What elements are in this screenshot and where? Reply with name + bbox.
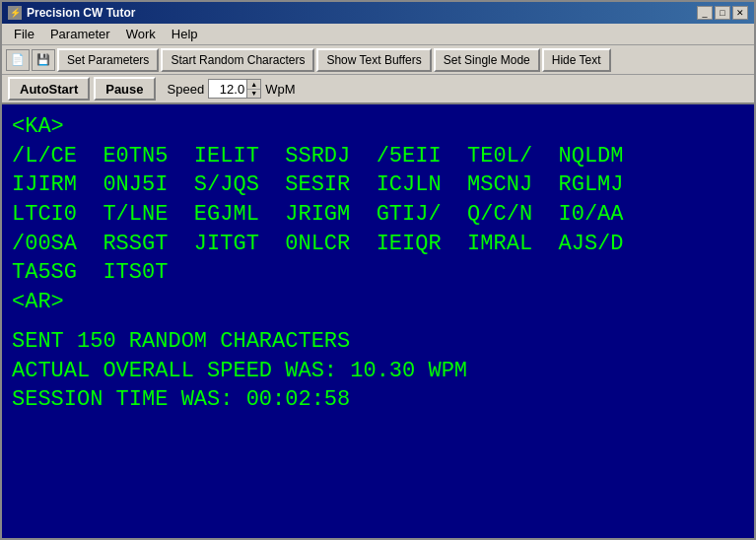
main-window: ⚡ Precision CW Tutor _ □ ✕ File Paramete… bbox=[0, 0, 756, 540]
toolbar-top: 📄 💾 Set Parameters Start Random Characte… bbox=[2, 45, 754, 75]
content-line-0: <KA> bbox=[12, 112, 744, 142]
pause-button[interactable]: Pause bbox=[94, 77, 155, 101]
menu-parameter[interactable]: Parameter bbox=[42, 25, 118, 43]
status-line-2: SESSION TIME WAS: 00:02:58 bbox=[12, 385, 744, 415]
menu-file[interactable]: File bbox=[6, 25, 42, 43]
set-single-mode-button[interactable]: Set Single Mode bbox=[434, 48, 540, 72]
speed-spinners: ▲ ▼ bbox=[247, 79, 261, 99]
speed-down-button[interactable]: ▼ bbox=[247, 90, 260, 99]
toolbar-icon-2[interactable]: 💾 bbox=[32, 49, 55, 71]
hide-text-button[interactable]: Hide Text bbox=[542, 48, 611, 72]
status-line-0: SENT 150 RANDOM CHARACTERS bbox=[12, 327, 744, 357]
speed-input[interactable] bbox=[208, 79, 247, 99]
minimize-button[interactable]: _ bbox=[697, 6, 713, 20]
show-text-buffers-button[interactable]: Show Text Buffers bbox=[316, 48, 431, 72]
speed-up-button[interactable]: ▲ bbox=[247, 80, 260, 90]
wpm-label: WpM bbox=[265, 82, 295, 97]
menu-work[interactable]: Work bbox=[118, 25, 164, 43]
content-line-1: /L/CE E0TN5 IELIT SSRDJ /5EII TE0L/ NQLD… bbox=[12, 142, 744, 171]
maximize-button[interactable]: □ bbox=[715, 6, 730, 20]
menu-help[interactable]: Help bbox=[164, 25, 206, 43]
speed-container: ▲ ▼ bbox=[208, 79, 261, 99]
window-title: Precision CW Tutor bbox=[27, 6, 135, 20]
autostart-button[interactable]: AutoStart bbox=[8, 77, 90, 101]
content-line-2: IJIRM 0NJ5I S/JQS SESIR ICJLN MSCNJ RGLM… bbox=[12, 170, 744, 200]
toolbar-bottom: AutoStart Pause Speed ▲ ▼ WpM bbox=[2, 75, 754, 104]
title-bar: ⚡ Precision CW Tutor _ □ ✕ bbox=[2, 2, 754, 24]
menu-bar: File Parameter Work Help bbox=[2, 24, 754, 45]
title-bar-buttons: _ □ ✕ bbox=[697, 6, 748, 20]
content-line-3: LTCI0 T/LNE EGJML JRIGM GTIJ/ Q/C/N I0/A… bbox=[12, 200, 744, 230]
content-area: <KA> /L/CE E0TN5 IELIT SSRDJ /5EII TE0L/… bbox=[2, 104, 754, 538]
app-icon: ⚡ bbox=[8, 6, 22, 20]
content-line-4: /00SA RSSGT JITGT 0NLCR IEIQR IMRAL AJS/… bbox=[12, 230, 744, 259]
speed-label: Speed bbox=[168, 82, 205, 97]
set-parameters-button[interactable]: Set Parameters bbox=[57, 48, 159, 72]
title-bar-left: ⚡ Precision CW Tutor bbox=[8, 6, 135, 20]
content-line-6: <AR> bbox=[12, 288, 744, 317]
status-lines: SENT 150 RANDOM CHARACTERS ACTUAL OVERAL… bbox=[12, 327, 744, 415]
status-line-1: ACTUAL OVERALL SPEED WAS: 10.30 WPM bbox=[12, 357, 744, 386]
start-random-characters-button[interactable]: Start Random Characters bbox=[161, 48, 314, 72]
toolbar-icon-1[interactable]: 📄 bbox=[6, 49, 30, 71]
close-button[interactable]: ✕ bbox=[732, 6, 748, 20]
content-line-5: TA5SG ITS0T bbox=[12, 258, 744, 288]
